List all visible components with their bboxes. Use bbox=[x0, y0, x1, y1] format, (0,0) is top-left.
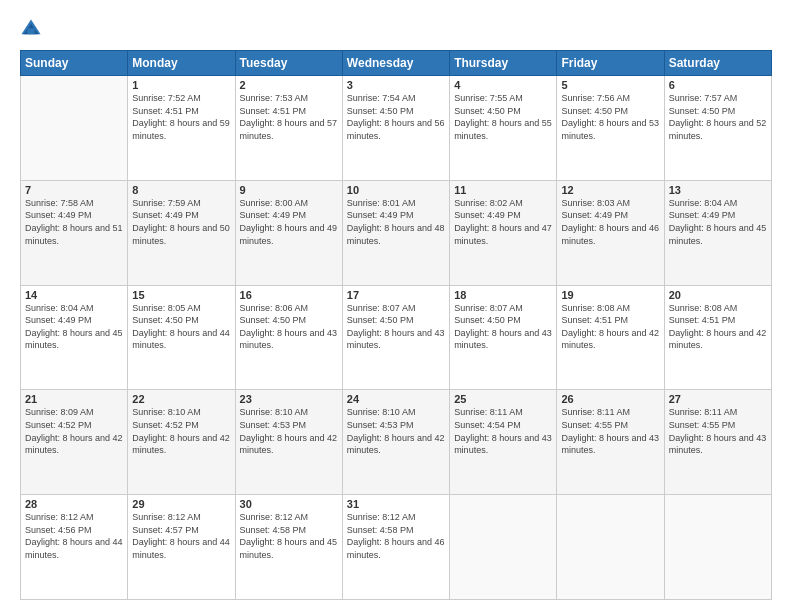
calendar-header-friday: Friday bbox=[557, 51, 664, 76]
day-info: Sunrise: 8:02 AMSunset: 4:49 PMDaylight:… bbox=[454, 197, 552, 247]
calendar-cell: 5Sunrise: 7:56 AMSunset: 4:50 PMDaylight… bbox=[557, 76, 664, 181]
day-number: 8 bbox=[132, 184, 230, 196]
calendar-header-sunday: Sunday bbox=[21, 51, 128, 76]
day-number: 11 bbox=[454, 184, 552, 196]
calendar-header-saturday: Saturday bbox=[664, 51, 771, 76]
day-info: Sunrise: 8:04 AMSunset: 4:49 PMDaylight:… bbox=[25, 302, 123, 352]
day-number: 19 bbox=[561, 289, 659, 301]
calendar-cell: 3Sunrise: 7:54 AMSunset: 4:50 PMDaylight… bbox=[342, 76, 449, 181]
calendar-cell: 4Sunrise: 7:55 AMSunset: 4:50 PMDaylight… bbox=[450, 76, 557, 181]
calendar-cell: 16Sunrise: 8:06 AMSunset: 4:50 PMDayligh… bbox=[235, 285, 342, 390]
calendar-cell: 25Sunrise: 8:11 AMSunset: 4:54 PMDayligh… bbox=[450, 390, 557, 495]
day-info: Sunrise: 8:00 AMSunset: 4:49 PMDaylight:… bbox=[240, 197, 338, 247]
day-number: 13 bbox=[669, 184, 767, 196]
day-info: Sunrise: 7:59 AMSunset: 4:49 PMDaylight:… bbox=[132, 197, 230, 247]
day-number: 4 bbox=[454, 79, 552, 91]
day-number: 16 bbox=[240, 289, 338, 301]
day-number: 26 bbox=[561, 393, 659, 405]
day-number: 29 bbox=[132, 498, 230, 510]
day-number: 22 bbox=[132, 393, 230, 405]
day-info: Sunrise: 8:11 AMSunset: 4:55 PMDaylight:… bbox=[561, 406, 659, 456]
calendar-week-row: 28Sunrise: 8:12 AMSunset: 4:56 PMDayligh… bbox=[21, 495, 772, 600]
calendar-cell: 7Sunrise: 7:58 AMSunset: 4:49 PMDaylight… bbox=[21, 180, 128, 285]
day-info: Sunrise: 8:05 AMSunset: 4:50 PMDaylight:… bbox=[132, 302, 230, 352]
day-info: Sunrise: 8:10 AMSunset: 4:53 PMDaylight:… bbox=[240, 406, 338, 456]
day-number: 6 bbox=[669, 79, 767, 91]
page: SundayMondayTuesdayWednesdayThursdayFrid… bbox=[0, 0, 792, 612]
calendar-cell: 8Sunrise: 7:59 AMSunset: 4:49 PMDaylight… bbox=[128, 180, 235, 285]
day-info: Sunrise: 8:03 AMSunset: 4:49 PMDaylight:… bbox=[561, 197, 659, 247]
calendar-cell bbox=[450, 495, 557, 600]
day-info: Sunrise: 8:08 AMSunset: 4:51 PMDaylight:… bbox=[669, 302, 767, 352]
day-number: 17 bbox=[347, 289, 445, 301]
day-number: 28 bbox=[25, 498, 123, 510]
logo bbox=[20, 18, 46, 40]
calendar-header-row: SundayMondayTuesdayWednesdayThursdayFrid… bbox=[21, 51, 772, 76]
calendar-cell: 23Sunrise: 8:10 AMSunset: 4:53 PMDayligh… bbox=[235, 390, 342, 495]
day-number: 14 bbox=[25, 289, 123, 301]
calendar-cell: 28Sunrise: 8:12 AMSunset: 4:56 PMDayligh… bbox=[21, 495, 128, 600]
day-number: 1 bbox=[132, 79, 230, 91]
calendar-cell: 27Sunrise: 8:11 AMSunset: 4:55 PMDayligh… bbox=[664, 390, 771, 495]
day-number: 31 bbox=[347, 498, 445, 510]
calendar-cell: 6Sunrise: 7:57 AMSunset: 4:50 PMDaylight… bbox=[664, 76, 771, 181]
calendar-cell: 11Sunrise: 8:02 AMSunset: 4:49 PMDayligh… bbox=[450, 180, 557, 285]
calendar-header-thursday: Thursday bbox=[450, 51, 557, 76]
day-info: Sunrise: 8:09 AMSunset: 4:52 PMDaylight:… bbox=[25, 406, 123, 456]
calendar-cell bbox=[664, 495, 771, 600]
calendar-week-row: 1Sunrise: 7:52 AMSunset: 4:51 PMDaylight… bbox=[21, 76, 772, 181]
day-number: 18 bbox=[454, 289, 552, 301]
day-info: Sunrise: 7:58 AMSunset: 4:49 PMDaylight:… bbox=[25, 197, 123, 247]
calendar-cell: 1Sunrise: 7:52 AMSunset: 4:51 PMDaylight… bbox=[128, 76, 235, 181]
day-number: 7 bbox=[25, 184, 123, 196]
day-info: Sunrise: 7:54 AMSunset: 4:50 PMDaylight:… bbox=[347, 92, 445, 142]
day-number: 2 bbox=[240, 79, 338, 91]
calendar-week-row: 7Sunrise: 7:58 AMSunset: 4:49 PMDaylight… bbox=[21, 180, 772, 285]
day-info: Sunrise: 8:06 AMSunset: 4:50 PMDaylight:… bbox=[240, 302, 338, 352]
day-info: Sunrise: 7:52 AMSunset: 4:51 PMDaylight:… bbox=[132, 92, 230, 142]
day-number: 23 bbox=[240, 393, 338, 405]
calendar-week-row: 21Sunrise: 8:09 AMSunset: 4:52 PMDayligh… bbox=[21, 390, 772, 495]
calendar-cell: 19Sunrise: 8:08 AMSunset: 4:51 PMDayligh… bbox=[557, 285, 664, 390]
day-number: 21 bbox=[25, 393, 123, 405]
day-number: 20 bbox=[669, 289, 767, 301]
calendar-week-row: 14Sunrise: 8:04 AMSunset: 4:49 PMDayligh… bbox=[21, 285, 772, 390]
day-info: Sunrise: 8:11 AMSunset: 4:55 PMDaylight:… bbox=[669, 406, 767, 456]
day-info: Sunrise: 8:04 AMSunset: 4:49 PMDaylight:… bbox=[669, 197, 767, 247]
day-info: Sunrise: 7:53 AMSunset: 4:51 PMDaylight:… bbox=[240, 92, 338, 142]
calendar-cell: 12Sunrise: 8:03 AMSunset: 4:49 PMDayligh… bbox=[557, 180, 664, 285]
day-info: Sunrise: 8:07 AMSunset: 4:50 PMDaylight:… bbox=[347, 302, 445, 352]
calendar-cell bbox=[557, 495, 664, 600]
day-number: 24 bbox=[347, 393, 445, 405]
day-number: 9 bbox=[240, 184, 338, 196]
day-info: Sunrise: 8:08 AMSunset: 4:51 PMDaylight:… bbox=[561, 302, 659, 352]
day-info: Sunrise: 8:07 AMSunset: 4:50 PMDaylight:… bbox=[454, 302, 552, 352]
calendar-cell: 26Sunrise: 8:11 AMSunset: 4:55 PMDayligh… bbox=[557, 390, 664, 495]
calendar-table: SundayMondayTuesdayWednesdayThursdayFrid… bbox=[20, 50, 772, 600]
day-number: 30 bbox=[240, 498, 338, 510]
calendar-cell: 10Sunrise: 8:01 AMSunset: 4:49 PMDayligh… bbox=[342, 180, 449, 285]
day-info: Sunrise: 8:11 AMSunset: 4:54 PMDaylight:… bbox=[454, 406, 552, 456]
header bbox=[20, 18, 772, 40]
calendar-cell: 2Sunrise: 7:53 AMSunset: 4:51 PMDaylight… bbox=[235, 76, 342, 181]
day-info: Sunrise: 7:56 AMSunset: 4:50 PMDaylight:… bbox=[561, 92, 659, 142]
day-info: Sunrise: 8:12 AMSunset: 4:57 PMDaylight:… bbox=[132, 511, 230, 561]
calendar-cell: 18Sunrise: 8:07 AMSunset: 4:50 PMDayligh… bbox=[450, 285, 557, 390]
svg-rect-2 bbox=[27, 28, 34, 34]
calendar-cell: 17Sunrise: 8:07 AMSunset: 4:50 PMDayligh… bbox=[342, 285, 449, 390]
day-number: 5 bbox=[561, 79, 659, 91]
day-info: Sunrise: 8:12 AMSunset: 4:56 PMDaylight:… bbox=[25, 511, 123, 561]
day-info: Sunrise: 8:12 AMSunset: 4:58 PMDaylight:… bbox=[347, 511, 445, 561]
calendar-cell: 20Sunrise: 8:08 AMSunset: 4:51 PMDayligh… bbox=[664, 285, 771, 390]
day-info: Sunrise: 8:10 AMSunset: 4:53 PMDaylight:… bbox=[347, 406, 445, 456]
logo-icon bbox=[20, 18, 42, 40]
calendar-cell: 30Sunrise: 8:12 AMSunset: 4:58 PMDayligh… bbox=[235, 495, 342, 600]
calendar-cell: 31Sunrise: 8:12 AMSunset: 4:58 PMDayligh… bbox=[342, 495, 449, 600]
calendar-cell: 15Sunrise: 8:05 AMSunset: 4:50 PMDayligh… bbox=[128, 285, 235, 390]
day-info: Sunrise: 8:10 AMSunset: 4:52 PMDaylight:… bbox=[132, 406, 230, 456]
day-number: 25 bbox=[454, 393, 552, 405]
day-number: 15 bbox=[132, 289, 230, 301]
day-info: Sunrise: 8:12 AMSunset: 4:58 PMDaylight:… bbox=[240, 511, 338, 561]
day-number: 27 bbox=[669, 393, 767, 405]
day-info: Sunrise: 7:55 AMSunset: 4:50 PMDaylight:… bbox=[454, 92, 552, 142]
